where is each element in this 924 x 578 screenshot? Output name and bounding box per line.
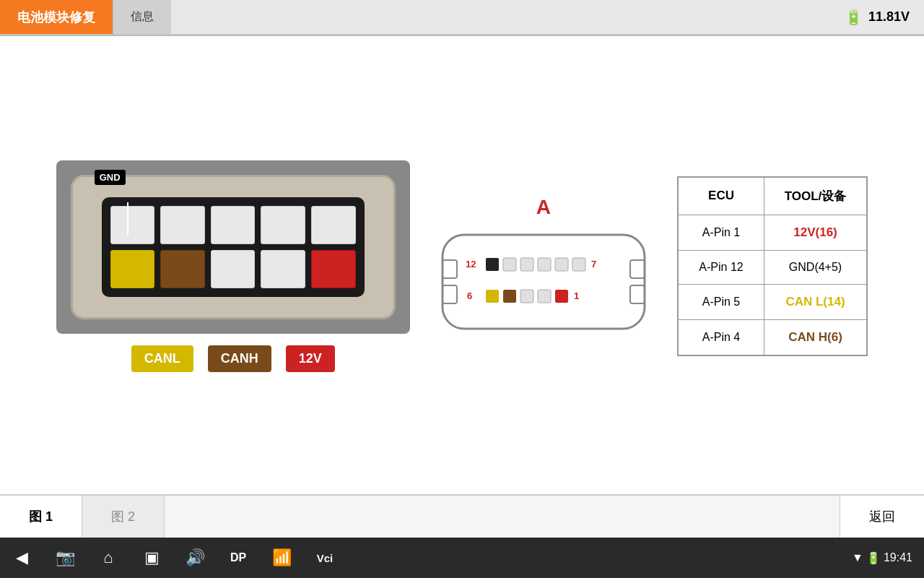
pin-9: [261, 250, 305, 288]
svg-text:6: 6: [467, 290, 472, 301]
wifi-button[interactable]: 📶: [260, 538, 303, 578]
svg-rect-17: [538, 290, 551, 303]
tab-figure-2[interactable]: 图 2: [82, 496, 165, 538]
gnd-line: [127, 202, 128, 235]
diagram-area: A 12 7 6: [435, 196, 652, 336]
pin-canh: [160, 250, 205, 288]
svg-text:12: 12: [466, 259, 476, 269]
pin-2: [160, 206, 205, 244]
bottom-nav: 图 1 图 2 返回: [0, 494, 924, 538]
svg-rect-9: [538, 258, 551, 271]
battery-taskbar-icon: 🔋: [866, 551, 881, 565]
dp-button[interactable]: DP: [217, 538, 260, 578]
table-row: A-Pin 4 CAN H(6): [678, 319, 867, 355]
table-area: ECU TOOL/设备 A-Pin 1 12V(16) A-Pin 12 GND…: [677, 176, 868, 356]
pin-table: ECU TOOL/设备 A-Pin 1 12V(16) A-Pin 12 GND…: [677, 176, 868, 356]
taskbar: ◀ 📷 ⌂ ▣ 🔊 DP 📶 Vci ▼ 🔋 19:41: [0, 538, 924, 578]
table-cell-tool-4: CAN H(6): [764, 319, 867, 355]
table-cell-ecu-5: A-Pin 5: [678, 284, 764, 319]
diagram-section-label: A: [536, 196, 551, 219]
svg-text:7: 7: [591, 259, 596, 269]
svg-rect-0: [443, 235, 645, 329]
pin-labels-row: CANL CANH 12V: [56, 345, 410, 372]
connector-body: GND: [71, 175, 396, 319]
svg-rect-15: [503, 290, 516, 303]
tab-info[interactable]: 信息: [113, 0, 171, 34]
apps-button[interactable]: ▣: [130, 538, 173, 578]
tab-battery-repair[interactable]: 电池模块修复: [0, 0, 113, 34]
connector-photo: GND: [56, 160, 410, 334]
battery-icon: 🔋: [845, 9, 863, 26]
pin-12v: [311, 250, 356, 288]
table-cell-ecu-12: A-Pin 12: [678, 250, 764, 284]
table-col-ecu: ECU: [678, 177, 764, 215]
svg-rect-16: [520, 290, 533, 303]
connector-photo-area: GND CANL CANH: [56, 160, 410, 372]
header-right: 🔋 11.81V: [845, 9, 924, 26]
svg-rect-1: [443, 260, 457, 278]
voltage-display: 11.81V: [868, 9, 910, 25]
tab-figure-1[interactable]: 图 1: [0, 496, 82, 538]
pin-4: [261, 206, 305, 244]
table-cell-tool-5: CAN L(14): [764, 284, 867, 319]
svg-rect-10: [555, 258, 568, 271]
back-nav-button[interactable]: ◀: [0, 538, 43, 578]
svg-rect-2: [443, 285, 457, 303]
table-cell-ecu-1: A-Pin 1: [678, 215, 764, 250]
v12-label: 12V: [286, 345, 335, 372]
svg-rect-7: [503, 258, 516, 271]
svg-text:1: 1: [574, 290, 579, 301]
header: 电池模块修复 信息 🔋 11.81V: [0, 0, 924, 35]
table-row: A-Pin 12 GND(4+5): [678, 250, 867, 284]
table-row: A-Pin 5 CAN L(14): [678, 284, 867, 319]
screenshot-button[interactable]: 📷: [43, 538, 87, 578]
back-button[interactable]: 返回: [840, 496, 924, 538]
clock: 19:41: [884, 551, 912, 564]
pin-canl: [110, 250, 155, 288]
table-cell-tool-12: GND(4+5): [764, 250, 867, 284]
home-button[interactable]: ⌂: [87, 538, 130, 578]
pin-5: [311, 206, 356, 244]
canl-label: CANL: [131, 345, 193, 372]
pin-8: [211, 250, 256, 288]
vci-button[interactable]: Vci: [303, 538, 346, 578]
pin-1: [110, 206, 155, 244]
svg-rect-14: [486, 290, 499, 303]
pin-3: [211, 206, 256, 244]
svg-rect-3: [630, 260, 645, 278]
audio-button[interactable]: 🔊: [173, 538, 217, 578]
table-row: A-Pin 1 12V(16): [678, 215, 867, 250]
table-cell-tool-1: 12V(16): [764, 215, 867, 250]
svg-rect-4: [630, 285, 645, 303]
taskbar-right: ▼ 🔋 19:41: [852, 551, 924, 565]
svg-rect-8: [520, 258, 533, 271]
wifi-signal-icon: ▼: [852, 551, 863, 564]
svg-rect-6: [486, 258, 499, 271]
table-col-tool: TOOL/设备: [764, 177, 867, 215]
main-content: GND CANL CANH: [0, 36, 924, 496]
connector-pins: [102, 197, 365, 297]
nav-spacer: [165, 496, 840, 538]
table-cell-ecu-4: A-Pin 4: [678, 319, 764, 355]
gnd-label: GND: [95, 170, 126, 185]
connector-diagram-svg: 12 7 6 1: [435, 228, 652, 336]
svg-rect-18: [555, 290, 568, 303]
svg-rect-11: [572, 258, 585, 271]
canh-label: CANH: [208, 345, 271, 372]
